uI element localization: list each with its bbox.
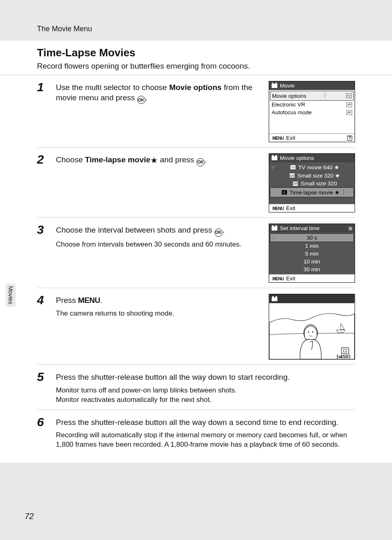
step-instruction: Press MENU. xyxy=(56,295,261,306)
step-detail: Monitor turns off and power-on lamp blin… xyxy=(56,386,355,405)
step-number: 3 xyxy=(37,224,48,283)
option-small-320: 320Small size 320 xyxy=(270,180,354,187)
interval-5min: 5 min xyxy=(270,250,354,258)
ok-icon: OK xyxy=(214,228,223,237)
ok-icon: OK xyxy=(137,96,145,104)
svg-point-2 xyxy=(272,296,274,298)
interval-30min: 30 min xyxy=(270,265,354,273)
menu-item-electronic-vr: Electronic VRVR xyxy=(270,101,354,108)
page-title: Time-Lapse Movies xyxy=(37,46,355,59)
svg-point-5 xyxy=(308,331,309,332)
svg-point-3 xyxy=(275,296,277,298)
step-number: 5 xyxy=(37,371,48,405)
svg-rect-1 xyxy=(272,298,277,301)
option-time-lapse: ⏱Time-lapse movie ★〉 xyxy=(270,187,354,197)
ok-icon: OK xyxy=(196,158,205,166)
step-1: 1 Use the multi selector to choose Movie… xyxy=(37,75,355,148)
step-number: 1 xyxy=(37,81,48,142)
help-icon: ? xyxy=(347,136,352,141)
step-detail: Choose from intervals between 30 seconds… xyxy=(56,240,261,249)
step-3: 3 Choose the interval between shots and … xyxy=(37,218,355,288)
step-instruction: Choose Time-lapse movie★ and press OK. xyxy=(56,155,261,166)
breadcrumb: The Movie Menu xyxy=(37,25,355,33)
step-detail: Recording will automatically stop if the… xyxy=(56,431,355,450)
movie-icon xyxy=(272,156,277,160)
option-tv-640: ✓TVTV movie 640 ★ xyxy=(270,163,354,171)
page-subtitle: Record flowers opening or butterflies em… xyxy=(37,62,355,71)
step-instruction: Press the shutter-release button all the… xyxy=(56,372,355,383)
step-number: 6 xyxy=(37,416,48,450)
option-small-320-star: 320Small size 320 ★ xyxy=(270,171,354,180)
camera-screen-movie-options: Movie options ✓TVTV movie 640 ★ 320Small… xyxy=(269,153,355,212)
svg-rect-0 xyxy=(269,294,354,303)
interval-30s: ✓30 s xyxy=(270,233,354,242)
svg-point-6 xyxy=(312,331,313,332)
step-5: 5 Press the shutter-release button all t… xyxy=(37,365,355,410)
movie-icon xyxy=(272,226,277,231)
step-number: 4 xyxy=(37,294,48,360)
section-tab: Movies xyxy=(6,284,16,307)
menu-item-movie-options: Movie options〉TV xyxy=(270,91,354,101)
step-instruction: Choose the interval between shots and pr… xyxy=(56,225,261,237)
star-icon: ★ xyxy=(150,156,158,165)
camera-screen-live-view: [ 450] IN xyxy=(269,294,355,360)
interval-1min: 1 min xyxy=(270,242,354,250)
step-2: 2 Choose Time-lapse movie★ and press OK.… xyxy=(37,148,355,218)
camera-screen-interval: Set interval time▤ ✓30 s 1 min 5 min 10 … xyxy=(269,224,355,283)
step-4: 4 Press MENU. The camera returns to shoo… xyxy=(37,288,355,365)
step-detail: The camera returns to shooting mode. xyxy=(56,309,261,318)
interval-10min: 10 min xyxy=(270,258,354,265)
movie-icon xyxy=(272,84,277,88)
step-number: 2 xyxy=(37,153,48,212)
step-6: 6 Press the shutter-release button all t… xyxy=(37,410,355,455)
menu-item-autofocus: Autofocus modeAF xyxy=(270,108,354,116)
page-number: 72 xyxy=(25,512,34,521)
step-instruction: Press the shutter-release button all the… xyxy=(56,418,355,428)
svg-text:IN: IN xyxy=(338,355,342,359)
step-instruction: Use the multi selector to choose Movie o… xyxy=(56,83,261,104)
camera-screen-movie-menu: Movie Movie options〉TV Electronic VRVR A… xyxy=(269,81,355,142)
